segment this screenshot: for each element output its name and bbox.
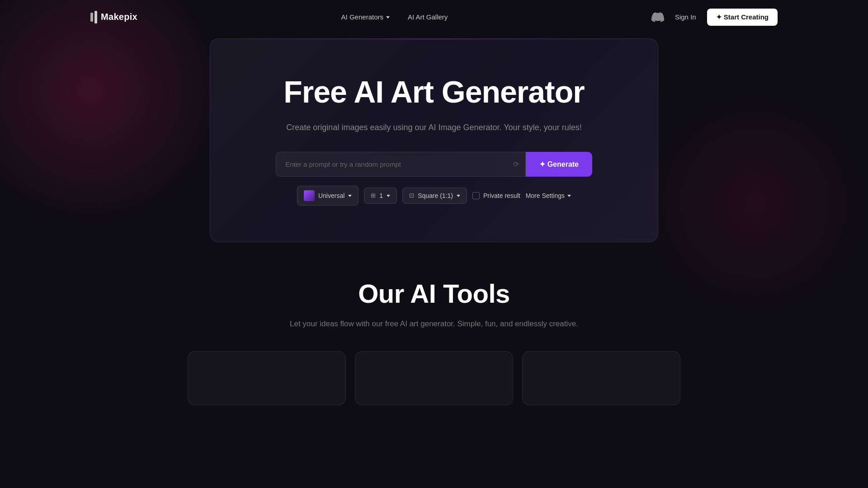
aspect-ratio-label: Square (1:1) [418, 192, 453, 199]
count-icon: ⊞ [371, 192, 376, 199]
logo-icon [90, 11, 97, 23]
private-result-option[interactable]: Private result [472, 192, 520, 199]
tool-card-2[interactable] [355, 351, 513, 405]
brand-name: Makepix [101, 12, 137, 22]
discord-icon[interactable] [651, 11, 664, 23]
nav-center: AI Generators AI Art Gallery [341, 13, 448, 21]
model-select[interactable]: Universal [297, 186, 359, 206]
aspect-ratio-chevron-icon [457, 195, 460, 197]
tools-grid [90, 351, 778, 405]
more-settings-button[interactable]: More Settings [526, 192, 571, 199]
prompt-input-wrapper: ⟳ [276, 152, 526, 177]
count-label: 1 [379, 192, 383, 199]
hero-card: Free AI Art Generator Create original im… [210, 38, 658, 242]
logo[interactable]: Makepix [90, 11, 137, 23]
model-label: Universal [318, 192, 344, 199]
start-creating-button[interactable]: ✦ Start Creating [707, 9, 778, 26]
prompt-container: ⟳ ✦ Generate [276, 152, 592, 177]
count-select[interactable]: ⊞ 1 [364, 188, 397, 204]
generate-label: ✦ Generate [539, 160, 579, 169]
model-chevron-icon [348, 195, 352, 197]
hero-title: Free AI Art Generator [237, 75, 631, 109]
ai-art-gallery-link[interactable]: AI Art Gallery [408, 13, 448, 21]
logo-bar-1 [90, 13, 93, 22]
main-container: Free AI Art Generator Create original im… [0, 38, 868, 242]
model-thumbnail [304, 190, 315, 201]
hero-subtitle: Create original images easily using our … [237, 122, 631, 134]
prompt-input[interactable] [276, 152, 525, 176]
nav-right: Sign In ✦ Start Creating [651, 9, 778, 26]
ai-generators-link[interactable]: AI Generators [341, 13, 390, 21]
chevron-down-icon [386, 16, 390, 19]
more-settings-chevron-icon [567, 195, 571, 197]
tools-section: Our AI Tools Let your ideas flow with ou… [0, 278, 868, 405]
navbar: Makepix AI Generators AI Art Gallery Sig… [0, 0, 868, 34]
aspect-ratio-select[interactable]: ⊡ Square (1:1) [402, 188, 467, 204]
more-settings-label: More Settings [526, 192, 565, 199]
sign-in-button[interactable]: Sign In [675, 13, 696, 21]
ai-generators-label: AI Generators [341, 13, 383, 21]
refresh-icon[interactable]: ⟳ [513, 160, 519, 169]
start-creating-label: ✦ Start Creating [716, 13, 769, 21]
logo-bar-2 [94, 11, 97, 23]
options-row: Universal ⊞ 1 ⊡ Square (1:1) Private res… [237, 186, 631, 206]
tools-section-subtitle: Let your ideas flow with our free AI art… [90, 319, 778, 328]
aspect-ratio-icon: ⊡ [409, 192, 414, 199]
ai-art-gallery-label: AI Art Gallery [408, 13, 448, 21]
private-result-checkbox[interactable] [472, 192, 480, 199]
tool-card-3[interactable] [522, 351, 680, 405]
generate-button[interactable]: ✦ Generate [526, 152, 592, 177]
tool-card-1[interactable] [188, 351, 346, 405]
private-result-label: Private result [483, 192, 520, 199]
count-chevron-icon [387, 195, 390, 197]
tools-section-title: Our AI Tools [90, 278, 778, 309]
